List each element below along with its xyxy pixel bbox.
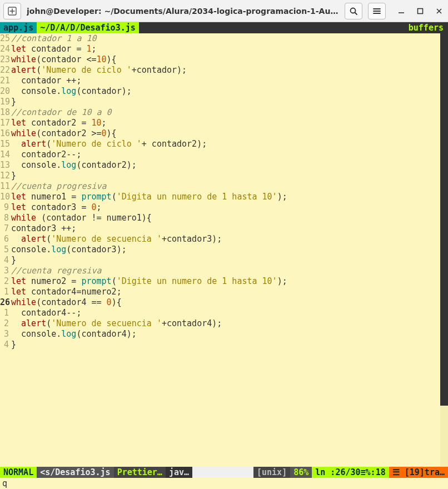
buffers-label: buffers xyxy=(404,23,448,33)
window-title: john@Developer: ~/Documents/Alura/2034-l… xyxy=(27,7,339,16)
line-number: 13 xyxy=(0,160,9,171)
statusbar: NORMAL <s/Desafio3.js Prettier… jav… [un… xyxy=(0,467,448,478)
line-number: 24 xyxy=(0,44,9,54)
code-line[interactable]: contador2--; xyxy=(11,149,448,160)
code-line[interactable]: while(contador2 >=0){ xyxy=(11,128,448,139)
line-number: 21 xyxy=(0,76,9,86)
status-file: <s/Desafio3.js xyxy=(37,467,113,478)
code-line[interactable]: let contador = 1; xyxy=(11,44,448,54)
status-mode: NORMAL xyxy=(0,467,37,478)
code-line[interactable]: alert('Numero de secuencia '+contador3); xyxy=(11,234,448,244)
status-position: ln :26/30≡%:18 xyxy=(312,467,389,478)
status-encoding: [unix] xyxy=(253,467,290,478)
line-number-gutter: 2524232221201918171615141312111098765432… xyxy=(0,33,11,467)
code-line[interactable]: console.log(contador2); xyxy=(11,160,448,171)
code-line[interactable]: while (contador != numero1){ xyxy=(11,213,448,223)
scrollbar-thumb[interactable] xyxy=(440,33,448,406)
code-line[interactable]: while(contador4 == 0){ xyxy=(11,297,448,308)
code-line[interactable]: //contador 1 a 10 xyxy=(11,33,448,44)
line-number: 7 xyxy=(0,223,9,234)
line-number: 3 xyxy=(0,329,9,340)
code-line[interactable]: while(contador <=10){ xyxy=(11,54,448,65)
menu-button[interactable] xyxy=(368,3,386,19)
status-percent: 86% xyxy=(290,467,312,478)
code-line[interactable]: //cuenta progresiva xyxy=(11,181,448,192)
minimize-icon xyxy=(398,8,405,14)
line-number: 6 xyxy=(0,234,9,244)
line-number: 4 xyxy=(0,255,9,266)
line-number: 19 xyxy=(0,97,9,107)
line-number: 2 xyxy=(0,276,9,287)
code-line[interactable]: let contador3 = 0; xyxy=(11,202,448,213)
code-line[interactable]: alert('Numero de secuencia '+contador4); xyxy=(11,318,448,329)
minimize-button[interactable] xyxy=(396,6,407,17)
svg-rect-2 xyxy=(418,8,423,13)
plus-icon xyxy=(8,7,17,16)
line-number: 5 xyxy=(0,244,9,255)
code-line[interactable]: //cuenta regresiva xyxy=(11,266,448,276)
line-number: 4 xyxy=(0,340,9,350)
line-number: 23 xyxy=(0,54,9,65)
line-number: 8 xyxy=(0,213,9,223)
code-line[interactable]: contador4--; xyxy=(11,308,448,318)
code-line[interactable]: let contador2 = 10; xyxy=(11,118,448,128)
line-number: 12 xyxy=(0,171,9,181)
line-number: 9 xyxy=(0,202,9,213)
maximize-button[interactable] xyxy=(415,6,426,17)
hamburger-icon xyxy=(372,7,381,16)
status-prettier: Prettier… xyxy=(114,467,166,478)
code-line[interactable]: console.log(contador); xyxy=(11,86,448,97)
status-lang: jav… xyxy=(166,467,192,478)
line-number: 3 xyxy=(0,266,9,276)
code-line[interactable]: console.log(contador3); xyxy=(11,244,448,255)
code-line[interactable]: } xyxy=(11,255,448,266)
line-number: 11 xyxy=(0,181,9,192)
line-number: 25 xyxy=(0,33,9,44)
line-number: 14 xyxy=(0,149,9,160)
line-number: 1 xyxy=(0,308,9,318)
editor-scrollbar[interactable] xyxy=(440,33,448,467)
code-line[interactable]: let numero1 = prompt('Digita un numero d… xyxy=(11,192,448,202)
command-line[interactable]: q xyxy=(0,478,448,489)
status-trailing: ☰ [19]tra… xyxy=(389,467,448,478)
code-line[interactable]: contador3 ++; xyxy=(11,223,448,234)
search-button[interactable] xyxy=(345,3,362,19)
code-line[interactable]: //contador de 10 a 0 xyxy=(11,107,448,118)
tab-app-js[interactable]: app.js xyxy=(0,22,37,33)
search-icon xyxy=(349,7,358,16)
code-line[interactable]: } xyxy=(11,340,448,350)
code-line[interactable]: alert('Numero de ciclo '+contador); xyxy=(11,65,448,76)
editor-area[interactable]: 2524232221201918171615141312111098765432… xyxy=(0,33,448,467)
maximize-icon xyxy=(417,8,424,14)
buffer-tabbar: app.js ~/D/A/D/Desafio3.js buffers xyxy=(0,22,448,33)
code-content[interactable]: //contador 1 a 10let contador = 1;while(… xyxy=(11,33,448,467)
line-number: 1 xyxy=(0,287,9,297)
line-number: 17 xyxy=(0,118,9,128)
line-number: 20 xyxy=(0,86,9,97)
close-button[interactable] xyxy=(434,6,445,17)
code-line[interactable]: alert('Numero de ciclo '+ contador2); xyxy=(11,139,448,149)
titlebar: john@Developer: ~/Documents/Alura/2034-l… xyxy=(0,0,448,22)
code-line[interactable]: console.log(contador4); xyxy=(11,329,448,340)
code-line[interactable]: contador ++; xyxy=(11,76,448,86)
line-number: 10 xyxy=(0,192,9,202)
new-tab-button[interactable] xyxy=(3,3,21,19)
line-number: 2 xyxy=(0,318,9,329)
line-number: 18 xyxy=(0,107,9,118)
line-number: 15 xyxy=(0,139,9,149)
line-number: 22 xyxy=(0,65,9,76)
code-line[interactable]: } xyxy=(11,97,448,107)
code-line[interactable]: } xyxy=(11,171,448,181)
close-icon xyxy=(436,8,442,14)
line-number: 26 xyxy=(0,297,9,308)
line-number: 16 xyxy=(0,128,9,139)
code-line[interactable]: let numero2 = prompt('Digite un numero d… xyxy=(11,276,448,287)
code-line[interactable]: let contador4=numero2; xyxy=(11,287,448,297)
tab-desafio3-js[interactable]: ~/D/A/D/Desafio3.js xyxy=(37,22,139,33)
